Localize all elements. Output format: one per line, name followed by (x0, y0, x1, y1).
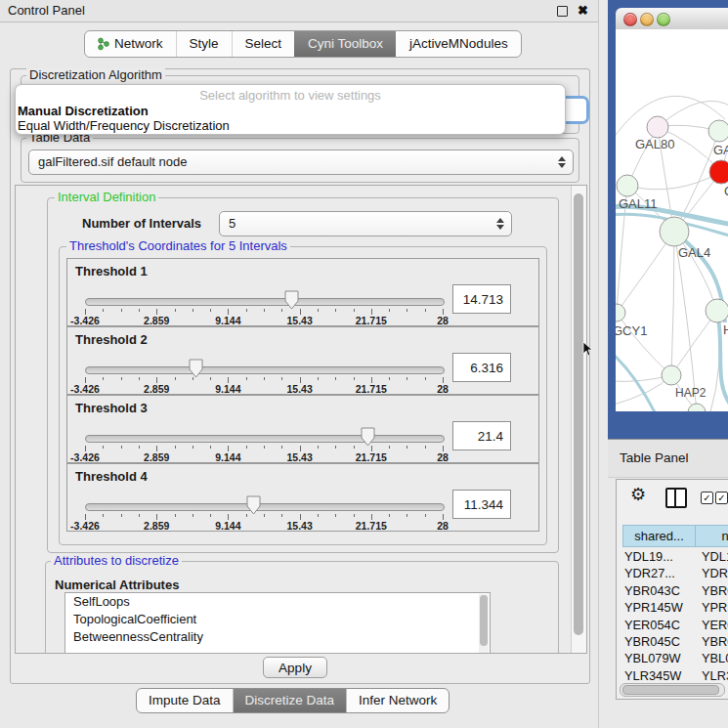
tick-label: 2.859 (144, 315, 169, 326)
slider-track[interactable] (85, 366, 445, 374)
table-row[interactable]: YBR043CYBR0 (617, 582, 728, 599)
tick-mark (139, 446, 140, 449)
network-node-gal80[interactable] (647, 116, 668, 138)
network-node-c[interactable] (709, 160, 728, 184)
node-label: GAL11 (619, 196, 658, 211)
network-node-gcy1[interactable] (616, 304, 625, 321)
table-row[interactable]: YLR345WYLR3 (617, 667, 728, 684)
slider-tick-labels: -3.4262.8599.14415.4321.71528 (85, 451, 443, 462)
tick-mark (335, 377, 336, 380)
tab-infer-network[interactable]: Infer Network (346, 689, 449, 712)
column-header-shared-name[interactable]: shared... (622, 525, 696, 547)
scrollbar-thumb[interactable] (574, 193, 583, 635)
slider-thumb[interactable] (189, 359, 203, 378)
tick-mark (425, 514, 426, 517)
threshold-2-value-field[interactable]: 6.316 (452, 353, 511, 382)
algorithm-option-manual-discretization[interactable]: Manual Discretization (18, 104, 149, 118)
table-row[interactable]: YER054CYER0 (617, 617, 728, 633)
slider-thumb[interactable] (361, 427, 375, 447)
tab-select[interactable]: Select (232, 31, 295, 57)
tick-label: 15.43 (286, 383, 312, 395)
tab-impute-data[interactable]: Impute Data (137, 689, 233, 712)
table-row[interactable]: YPR145WYPR1 (617, 599, 728, 616)
tab-style[interactable]: Style (176, 31, 232, 57)
tick-mark (407, 446, 407, 449)
tick-label: 28 (437, 315, 449, 326)
attribute-item-betweennesscentrality[interactable]: BetweennessCentrality (65, 628, 490, 646)
tick-label: 28 (437, 520, 449, 532)
settings-scroll-panel: Interval Definition Number of Intervals … (15, 185, 587, 654)
checkbox-icon[interactable]: ✓ (715, 492, 728, 504)
network-node-h[interactable] (706, 299, 728, 322)
number-of-intervals-label: Number of Intervals (82, 211, 201, 236)
tab-network[interactable]: Network (85, 31, 176, 57)
threshold-label: Threshold 3 (75, 401, 148, 415)
number-of-intervals-combobox[interactable]: 5 (219, 211, 512, 236)
table-row[interactable]: YBR045CYBR0 (617, 633, 728, 650)
tab-label: jActiveMNodules (409, 31, 508, 57)
slider-thumb[interactable] (246, 495, 261, 515)
node-label: GCY1 (616, 323, 647, 338)
attributes-list-scrollbar[interactable] (479, 594, 489, 653)
algorithm-option-equal-width-frequency[interactable]: Equal Width/Frequency Discretization (18, 118, 230, 133)
tick-label: 15.43 (286, 520, 312, 532)
network-node-ga[interactable] (708, 120, 728, 142)
tick-label: 21.715 (356, 315, 387, 326)
tick-mark (425, 309, 426, 312)
cell-name: YLR3 (702, 667, 728, 684)
checkbox-icon[interactable]: ✓ (701, 492, 713, 504)
gear-icon[interactable]: ⚙ (630, 484, 646, 505)
tick-mark (139, 514, 140, 517)
cell-name: YBR0 (702, 633, 728, 650)
table-row[interactable]: YDL19...YDL1 (617, 548, 728, 565)
settings-panel-scrollbar[interactable] (571, 186, 586, 653)
window-minimize-icon[interactable] (640, 13, 654, 26)
table-data-selected-value: galFiltered.sif default node (38, 150, 187, 174)
tick-mark (121, 377, 122, 380)
tick-mark (318, 514, 319, 517)
window-close-icon[interactable] (623, 13, 637, 26)
table-data-combobox[interactable]: galFiltered.sif default node (28, 150, 574, 175)
network-node-gal4[interactable] (660, 217, 689, 246)
apply-button[interactable]: Apply (263, 657, 327, 678)
cell-name: YDR2 (702, 565, 728, 581)
network-edge[interactable] (616, 96, 725, 142)
close-panel-icon[interactable]: ✖ (578, 0, 588, 21)
network-node-gal11[interactable] (617, 175, 638, 196)
tick-mark (246, 309, 247, 312)
control-panel-titlebar: Control Panel ✖ (0, 0, 598, 22)
float-panel-icon[interactable] (557, 6, 568, 17)
tab-discretize-data[interactable]: Discretize Data (233, 689, 347, 712)
slider-track[interactable] (85, 503, 445, 511)
network-edge[interactable] (671, 232, 674, 375)
scrollbar-thumb[interactable] (622, 685, 719, 695)
tick-mark (318, 309, 319, 312)
attribute-item-selfloops[interactable]: SelfLoops (65, 593, 490, 611)
split-columns-icon[interactable] (665, 488, 687, 508)
tick-label: -3.426 (70, 451, 100, 463)
slider-thumb[interactable] (284, 290, 299, 310)
attribute-item-topologicalcoefficient[interactable]: TopologicalCoefficient (65, 611, 490, 628)
network-edge[interactable] (627, 172, 721, 190)
window-zoom-icon[interactable] (657, 13, 670, 26)
threshold-3-value-field[interactable]: 21.4 (452, 421, 511, 450)
threshold-4-value-field[interactable]: 11.344 (452, 490, 511, 519)
table-row[interactable]: YDR27...YDR2 (617, 565, 728, 581)
tab-cyni-toolbox[interactable]: Cyni Toolbox (294, 31, 396, 57)
table-row[interactable]: YBL079WYBL0 (617, 650, 728, 666)
tick-mark (175, 377, 176, 380)
table-horizontal-scrollbar[interactable] (620, 683, 725, 697)
tick-mark (175, 446, 176, 449)
slider-track[interactable] (85, 298, 445, 306)
tick-mark (389, 514, 390, 517)
column-header-name[interactable]: n (695, 525, 728, 547)
discretization-algorithm-group-title: Discretization Algorithm (26, 68, 165, 82)
network-canvas[interactable]: GAL80GACGAL11GAL4GCY1HHAP2 (616, 29, 728, 411)
threshold-1-value-field[interactable]: 14.713 (452, 284, 511, 314)
node-label: C (724, 184, 728, 198)
network-node-hap2[interactable] (662, 365, 681, 385)
combobox-spinner-icon (495, 217, 504, 231)
node-label: HAP2 (675, 386, 707, 400)
slider-track[interactable] (85, 435, 445, 443)
tab-jactivemnodules[interactable]: jActiveMNodules (396, 31, 521, 57)
